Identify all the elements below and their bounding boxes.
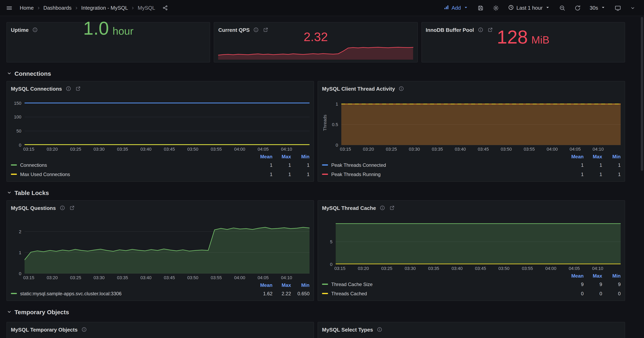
external-link-icon[interactable] (75, 86, 81, 92)
scrollbar-thumb[interactable] (641, 17, 643, 171)
x-axis-tick: 04:05 (258, 147, 269, 151)
scrollbar[interactable] (641, 17, 643, 337)
legend-series-name[interactable]: Max Used Connections (20, 171, 254, 177)
x-axis-tick: 03:30 (409, 147, 420, 151)
info-icon[interactable] (478, 27, 483, 33)
legend-sort-min[interactable]: Min (291, 282, 310, 288)
x-axis: 03:1503:2003:2503:3003:3503:4003:4503:50… (24, 273, 310, 281)
panel-title-mysql-questions[interactable]: MySQL Questions (11, 205, 56, 211)
y-axis: 012 (11, 220, 24, 273)
x-axis-tick: 04:00 (545, 266, 556, 271)
legend-series-name[interactable]: static:mysql.sample-apps.svc.cluster.loc… (20, 291, 254, 296)
x-axis-tick: 03:25 (386, 147, 397, 151)
chart-canvas[interactable] (336, 220, 621, 264)
chart-canvas[interactable] (24, 101, 310, 145)
external-link-icon[interactable] (389, 205, 395, 211)
panel-uptime: Uptime1.0hour (6, 22, 210, 63)
add-panel-button[interactable]: Add (442, 3, 470, 13)
plot-area[interactable] (336, 220, 621, 264)
menu-toggle-button[interactable] (5, 4, 14, 12)
info-icon[interactable] (66, 86, 71, 92)
plot-area[interactable] (24, 220, 310, 273)
external-link-icon[interactable] (487, 27, 493, 33)
legend-sort-mean[interactable]: Mean (565, 273, 584, 279)
chevron-down-icon[interactable] (629, 4, 637, 12)
legend-sort-mean[interactable]: Mean (254, 282, 272, 288)
x-axis-tick: 04:10 (281, 147, 292, 151)
dashboard-canvas: Uptime1.0hourCurrent QPS2.32InnoDB Buffe… (0, 16, 644, 338)
legend-value: 1 (272, 171, 291, 177)
breadcrumb-item[interactable]: Integration - MySQL (79, 5, 130, 11)
x-axis-tick: 03:40 (452, 266, 463, 271)
panel-title-current-qps[interactable]: Current QPS (218, 27, 250, 33)
panel-title-mysql-client-thread-activity[interactable]: MySQL Client Thread Activity (322, 86, 395, 92)
chart-body: 05 (322, 220, 621, 264)
section-header-temporary-objects[interactable]: Temporary Objects (6, 306, 625, 317)
legend-sort-min[interactable]: Min (602, 273, 621, 279)
info-icon[interactable] (59, 205, 65, 211)
plot-area[interactable] (24, 101, 310, 145)
caret-down-icon (545, 5, 550, 11)
panel-row-connections: MySQL Connections05010015003:1503:2003:2… (6, 81, 625, 182)
panel-title-mysql-temporary-objects[interactable]: MySQL Temporary Objects (11, 326, 78, 332)
legend-sort-mean[interactable]: Mean (565, 154, 584, 160)
legend-row: Threads Cached000 (322, 289, 621, 298)
legend-sort-max[interactable]: Max (272, 154, 291, 160)
save-dashboard-icon[interactable] (476, 4, 485, 12)
y-axis-tick: 0 (19, 271, 21, 276)
time-range-label: Last 1 hour (516, 5, 542, 11)
x-axis-tick: 03:40 (140, 275, 152, 280)
legend-series-name[interactable]: Peak Threads Running (331, 171, 565, 177)
x-axis-tick: 04:05 (569, 266, 580, 271)
legend-sort-min[interactable]: Min (291, 154, 310, 160)
info-icon[interactable] (380, 205, 385, 211)
plot-area[interactable] (341, 101, 621, 145)
section-header-table-locks[interactable]: Table Locks (6, 187, 625, 198)
series-swatch (322, 174, 328, 175)
legend-sort-min[interactable]: Min (602, 154, 621, 160)
legend-sort-mean[interactable]: Mean (254, 154, 272, 160)
legend-series-name[interactable]: Threads Cached (331, 291, 565, 296)
y-axis-tick: 50 (16, 129, 22, 133)
legend-sort-max[interactable]: Max (584, 273, 602, 279)
legend-series-name[interactable]: Thread Cache Size (331, 281, 565, 287)
panel-header: MySQL Client Thread Activity (322, 84, 621, 94)
dashboard-settings-icon[interactable] (492, 4, 500, 12)
external-link-icon[interactable] (69, 205, 75, 211)
panel-mysql-connections: MySQL Connections05010015003:1503:2003:2… (6, 81, 314, 182)
tv-mode-icon[interactable] (614, 4, 622, 12)
panel-title-mysql-connections[interactable]: MySQL Connections (11, 86, 62, 92)
panel-title-mysql-thread-cache[interactable]: MySQL Thread Cache (322, 205, 376, 211)
chevron-down-icon (6, 309, 12, 315)
refresh-interval-picker[interactable]: 30s (588, 4, 607, 12)
section-title: Connections (14, 70, 51, 77)
legend-sort-max[interactable]: Max (584, 154, 602, 160)
time-range-picker[interactable]: Last 1 hour (507, 3, 552, 13)
y-axis-tick: 100 (14, 115, 21, 119)
info-icon[interactable] (81, 327, 87, 332)
x-axis-tick: 04:05 (258, 275, 269, 280)
breadcrumb-item[interactable]: Home (18, 5, 36, 11)
legend-series-name[interactable]: Connections (20, 162, 254, 168)
share-icon[interactable] (161, 4, 170, 12)
legend-value: 0 (584, 291, 602, 296)
y-axis: 00.51 (328, 101, 341, 145)
info-icon[interactable] (253, 27, 259, 33)
chart-canvas[interactable] (341, 101, 621, 145)
breadcrumb-item: MySQL (136, 5, 157, 11)
info-icon[interactable] (399, 86, 404, 92)
chart-canvas[interactable] (24, 220, 310, 273)
legend-row: Peak Threads Running111 (322, 170, 621, 179)
external-link-icon[interactable] (263, 27, 269, 33)
legend-series-name[interactable]: Peak Threads Connected (331, 162, 565, 168)
zoom-out-time-icon[interactable] (558, 4, 567, 12)
section-header-connections[interactable]: Connections (6, 68, 625, 79)
refresh-icon[interactable] (573, 4, 582, 12)
stat-value: 1.0hour (11, 28, 206, 53)
info-icon[interactable] (376, 327, 382, 332)
breadcrumb-item[interactable]: Dashboards (41, 5, 74, 11)
panel-title-innodb-buffer-pool[interactable]: InnoDB Buffer Pool (426, 27, 474, 33)
panel-title-mysql-select-types[interactable]: MySQL Select Types (322, 326, 373, 332)
panel-row-table-locks: MySQL Questions01203:1503:2003:2503:3003… (6, 200, 625, 301)
legend-sort-max[interactable]: Max (272, 282, 291, 288)
